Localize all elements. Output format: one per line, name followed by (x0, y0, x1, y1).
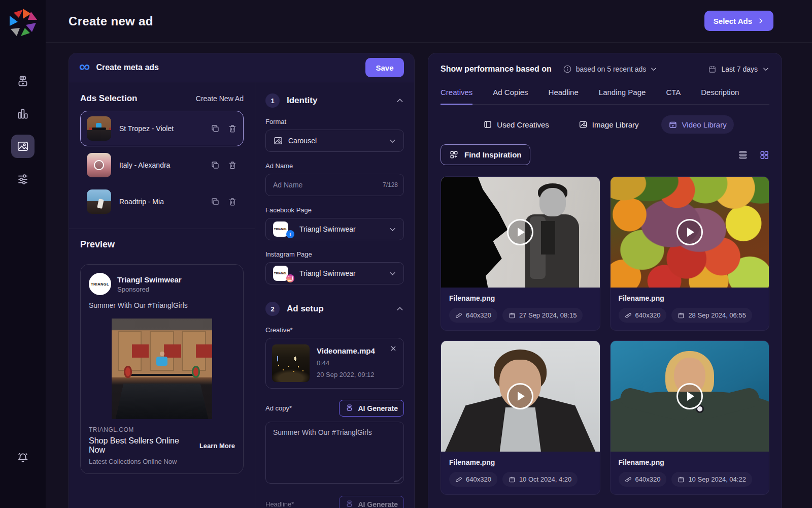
grid-view-icon[interactable] (759, 150, 769, 160)
ai-generate-button[interactable]: AI Generate (339, 400, 404, 417)
tab-description[interactable]: Description (701, 88, 739, 105)
ads-selection-title: Ads Selection (80, 93, 137, 104)
notifications-bell-icon[interactable] (16, 451, 29, 464)
chevron-up-icon[interactable] (396, 305, 404, 313)
calendar-icon (678, 476, 685, 483)
filter-image-library[interactable]: Image Library (571, 115, 646, 134)
chevron-down-icon (389, 226, 396, 233)
ad-list-item[interactable]: Italy - Alexandra (80, 147, 244, 183)
ai-generate-button[interactable]: AI Generate (339, 496, 404, 508)
dimensions-value: 640x320 (635, 475, 661, 483)
media-card[interactable]: Filename.png 640x320 28 Sep 2024, 06:55 (610, 176, 770, 331)
media-card[interactable]: Filename.png 640x320 10 Oct 2024, 4:20 (441, 340, 600, 495)
sidebar-item-media-library[interactable] (11, 135, 35, 158)
format-label: Format (265, 118, 404, 125)
step-number: 2 (265, 302, 280, 316)
ruler-icon (625, 476, 632, 483)
facebook-page-select[interactable]: TRIANGL f Triangl Swimwear (265, 218, 404, 240)
ad-thumbnail (87, 153, 111, 177)
based-on-label: based on 5 recent ads (576, 65, 647, 73)
calendar-icon (509, 476, 516, 483)
divider (69, 229, 255, 229)
image-icon (579, 120, 588, 129)
trash-icon[interactable] (228, 124, 237, 133)
ad-copy-textarea[interactable]: Summer With Our #TrianglGirls (265, 422, 404, 484)
meta-ads-title: Create meta ads (96, 63, 159, 72)
library-filter-row: Used Creatives Image Library Video Libra… (441, 114, 769, 135)
grid-plus-icon (449, 150, 459, 160)
ad-form-column: 1 Identity Format Carousel Ad Name 7/128… (255, 82, 414, 508)
filter-label: Used Creatives (497, 120, 549, 129)
video-library-icon (668, 120, 678, 129)
ad-item-name: Roadtrip - Mia (119, 198, 164, 206)
tab-headline[interactable]: Headline (549, 88, 579, 105)
chevron-down-icon (650, 66, 657, 73)
trash-icon[interactable] (228, 161, 237, 170)
dimensions-value: 640x320 (635, 311, 661, 319)
format-select[interactable]: Carousel (265, 130, 404, 152)
filter-used-creatives[interactable]: Used Creatives (476, 115, 556, 134)
chevron-up-icon[interactable] (396, 97, 404, 105)
tab-ad-copies[interactable]: Ad Copies (493, 88, 528, 105)
list-view-icon[interactable] (738, 150, 748, 160)
ad-item-name: Italy - Alexandra (119, 161, 170, 169)
tab-cta[interactable]: CTA (666, 88, 681, 105)
play-button-icon[interactable] (507, 219, 533, 245)
instagram-page-select[interactable]: TRIANGL Triangl Swimwear (265, 262, 404, 284)
chevron-right-icon (757, 17, 764, 24)
play-button-icon[interactable] (676, 383, 703, 409)
media-card[interactable]: Filename.png 640x320 27 Sep 2024, 08:15 (441, 176, 600, 331)
duplicate-icon[interactable] (211, 161, 220, 170)
video-thumbnail (441, 341, 600, 452)
dimensions-value: 640x320 (466, 311, 491, 319)
based-on-dropdown[interactable]: based on 5 recent ads (563, 65, 658, 74)
chevron-down-icon (762, 66, 769, 73)
meta-logo-icon: ∞ (79, 59, 90, 74)
ad-item-name: St Tropez - Violet (119, 124, 174, 133)
ad-setup-section-title: Ad setup (287, 304, 324, 314)
remove-creative-icon[interactable] (389, 344, 397, 353)
calendar-icon (708, 65, 717, 74)
creative-file-card: Videoname.mp4 0:44 20 Sep 2022, 09:12 (265, 338, 404, 389)
filter-label: Image Library (592, 120, 639, 129)
media-card[interactable]: Filename.png 640x320 10 Sep 2024, 04:22 (610, 340, 770, 495)
video-thumbnail (272, 344, 310, 382)
tab-landing-page[interactable]: Landing Page (599, 88, 646, 105)
duplicate-icon[interactable] (211, 124, 220, 133)
select-ads-button[interactable]: Select Ads (704, 11, 773, 31)
filter-video-library[interactable]: Video Library (661, 115, 734, 134)
ad-list-item[interactable]: Roadtrip - Mia (80, 184, 244, 219)
preview-caption: Summer With Our #TrianglGirls (89, 301, 235, 309)
video-duration: 0:44 (317, 359, 375, 367)
create-new-ad-link[interactable]: Create New Ad (196, 94, 244, 103)
learn-more-button[interactable]: Learn More (194, 442, 235, 450)
preview-subtext: Latest Collections Online Now (89, 458, 194, 465)
save-button[interactable]: Save (365, 58, 404, 77)
ai-generate-label: AI Generate (358, 404, 398, 412)
ad-name-label: Ad Name (265, 162, 404, 170)
date-range-dropdown[interactable]: Last 7 days (708, 65, 769, 74)
preview-domain: TRIANGL.COM (89, 426, 194, 433)
sponsored-label: Sponsored (117, 285, 182, 293)
play-button-icon[interactable] (507, 383, 533, 409)
tab-creatives[interactable]: Creatives (441, 88, 472, 105)
play-button-icon[interactable] (676, 219, 703, 245)
create-meta-ads-panel: ∞ Create meta ads Save Ads Selection Cre… (69, 53, 415, 508)
date-range-label: Last 7 days (721, 65, 758, 73)
dimensions-badge: 640x320 (449, 472, 497, 487)
ad-list-item[interactable]: St Tropez - Violet (80, 111, 244, 146)
instagram-page-value: Triangl Swimwear (299, 269, 356, 277)
media-filename: Filename.png (619, 294, 761, 302)
headline-label: Headline* (265, 500, 294, 508)
sidebar-item-analytics[interactable] (11, 102, 35, 125)
date-value: 28 Sep 2024, 06:55 (688, 311, 746, 319)
video-thumbnail (611, 177, 769, 288)
duplicate-icon[interactable] (211, 197, 220, 206)
trash-icon[interactable] (228, 197, 237, 206)
find-inspiration-button[interactable]: Find Inspiration (441, 144, 530, 165)
calendar-icon (678, 312, 685, 319)
sidebar-item-ai-bot[interactable] (11, 70, 35, 93)
date-badge: 27 Sep 2024, 08:15 (502, 308, 583, 323)
sidebar-item-settings-sliders[interactable] (11, 167, 35, 190)
video-thumbnail (441, 177, 600, 288)
